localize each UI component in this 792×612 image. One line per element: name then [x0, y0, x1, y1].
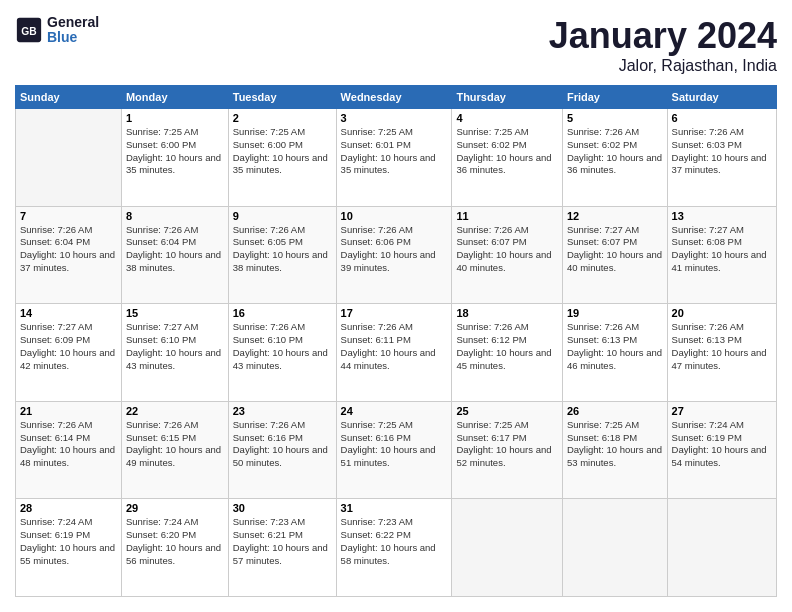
sunrise: Sunrise: 7:24 AM — [672, 419, 744, 430]
weekday-header: Monday — [121, 86, 228, 109]
sunrise: Sunrise: 7:26 AM — [672, 321, 744, 332]
sunset: Sunset: 6:04 PM — [20, 236, 90, 247]
sunrise: Sunrise: 7:25 AM — [341, 126, 413, 137]
logo: GB General Blue — [15, 15, 99, 46]
day-info: Sunrise: 7:26 AM Sunset: 6:15 PM Dayligh… — [126, 419, 224, 470]
daylight: Daylight: 10 hours and 53 minutes. — [567, 444, 662, 468]
weekday-header: Sunday — [16, 86, 122, 109]
day-info: Sunrise: 7:25 AM Sunset: 6:00 PM Dayligh… — [126, 126, 224, 177]
calendar-cell: 31 Sunrise: 7:23 AM Sunset: 6:22 PM Dayl… — [336, 499, 452, 597]
sunrise: Sunrise: 7:27 AM — [567, 224, 639, 235]
sunset: Sunset: 6:15 PM — [126, 432, 196, 443]
day-number: 7 — [20, 210, 117, 222]
calendar-title: January 2024 — [549, 15, 777, 57]
sunset: Sunset: 6:12 PM — [456, 334, 526, 345]
day-info: Sunrise: 7:26 AM Sunset: 6:16 PM Dayligh… — [233, 419, 332, 470]
daylight: Daylight: 10 hours and 54 minutes. — [672, 444, 767, 468]
sunset: Sunset: 6:02 PM — [456, 139, 526, 150]
day-info: Sunrise: 7:25 AM Sunset: 6:01 PM Dayligh… — [341, 126, 448, 177]
sunset: Sunset: 6:11 PM — [341, 334, 411, 345]
day-number: 14 — [20, 307, 117, 319]
sunrise: Sunrise: 7:26 AM — [567, 126, 639, 137]
day-number: 30 — [233, 502, 332, 514]
day-number: 31 — [341, 502, 448, 514]
daylight: Daylight: 10 hours and 44 minutes. — [341, 347, 436, 371]
calendar-cell: 29 Sunrise: 7:24 AM Sunset: 6:20 PM Dayl… — [121, 499, 228, 597]
sunset: Sunset: 6:07 PM — [567, 236, 637, 247]
sunset: Sunset: 6:03 PM — [672, 139, 742, 150]
sunrise: Sunrise: 7:26 AM — [456, 224, 528, 235]
calendar-cell: 25 Sunrise: 7:25 AM Sunset: 6:17 PM Dayl… — [452, 401, 563, 499]
daylight: Daylight: 10 hours and 45 minutes. — [456, 347, 551, 371]
day-info: Sunrise: 7:27 AM Sunset: 6:09 PM Dayligh… — [20, 321, 117, 372]
sunrise: Sunrise: 7:26 AM — [341, 224, 413, 235]
day-info: Sunrise: 7:25 AM Sunset: 6:16 PM Dayligh… — [341, 419, 448, 470]
calendar-cell: 13 Sunrise: 7:27 AM Sunset: 6:08 PM Dayl… — [667, 206, 776, 304]
sunset: Sunset: 6:04 PM — [126, 236, 196, 247]
sunset: Sunset: 6:10 PM — [126, 334, 196, 345]
daylight: Daylight: 10 hours and 40 minutes. — [567, 249, 662, 273]
day-info: Sunrise: 7:26 AM Sunset: 6:02 PM Dayligh… — [567, 126, 663, 177]
sunrise: Sunrise: 7:25 AM — [567, 419, 639, 430]
day-number: 26 — [567, 405, 663, 417]
day-info: Sunrise: 7:26 AM Sunset: 6:14 PM Dayligh… — [20, 419, 117, 470]
sunset: Sunset: 6:16 PM — [341, 432, 411, 443]
calendar-table: SundayMondayTuesdayWednesdayThursdayFrid… — [15, 85, 777, 597]
day-number: 24 — [341, 405, 448, 417]
weekday-header: Saturday — [667, 86, 776, 109]
day-info: Sunrise: 7:25 AM Sunset: 6:18 PM Dayligh… — [567, 419, 663, 470]
sunrise: Sunrise: 7:27 AM — [126, 321, 198, 332]
daylight: Daylight: 10 hours and 36 minutes. — [567, 152, 662, 176]
day-info: Sunrise: 7:24 AM Sunset: 6:19 PM Dayligh… — [672, 419, 772, 470]
calendar-week-row: 28 Sunrise: 7:24 AM Sunset: 6:19 PM Dayl… — [16, 499, 777, 597]
daylight: Daylight: 10 hours and 43 minutes. — [126, 347, 221, 371]
calendar-cell: 26 Sunrise: 7:25 AM Sunset: 6:18 PM Dayl… — [562, 401, 667, 499]
calendar-cell: 3 Sunrise: 7:25 AM Sunset: 6:01 PM Dayli… — [336, 109, 452, 207]
day-number: 1 — [126, 112, 224, 124]
weekday-header: Wednesday — [336, 86, 452, 109]
logo-general: General — [47, 14, 99, 30]
sunrise: Sunrise: 7:25 AM — [456, 419, 528, 430]
sunrise: Sunrise: 7:23 AM — [233, 516, 305, 527]
calendar-cell: 5 Sunrise: 7:26 AM Sunset: 6:02 PM Dayli… — [562, 109, 667, 207]
day-number: 5 — [567, 112, 663, 124]
sunset: Sunset: 6:05 PM — [233, 236, 303, 247]
sunset: Sunset: 6:00 PM — [126, 139, 196, 150]
daylight: Daylight: 10 hours and 40 minutes. — [456, 249, 551, 273]
sunrise: Sunrise: 7:26 AM — [233, 419, 305, 430]
sunrise: Sunrise: 7:26 AM — [233, 224, 305, 235]
daylight: Daylight: 10 hours and 35 minutes. — [233, 152, 328, 176]
calendar-page: GB General Blue January 2024 Jalor, Raja… — [0, 0, 792, 612]
sunrise: Sunrise: 7:26 AM — [341, 321, 413, 332]
sunset: Sunset: 6:13 PM — [672, 334, 742, 345]
sunrise: Sunrise: 7:24 AM — [126, 516, 198, 527]
daylight: Daylight: 10 hours and 57 minutes. — [233, 542, 328, 566]
weekday-header: Tuesday — [228, 86, 336, 109]
day-number: 10 — [341, 210, 448, 222]
sunset: Sunset: 6:19 PM — [672, 432, 742, 443]
daylight: Daylight: 10 hours and 58 minutes. — [341, 542, 436, 566]
calendar-cell: 23 Sunrise: 7:26 AM Sunset: 6:16 PM Dayl… — [228, 401, 336, 499]
daylight: Daylight: 10 hours and 36 minutes. — [456, 152, 551, 176]
sunset: Sunset: 6:08 PM — [672, 236, 742, 247]
daylight: Daylight: 10 hours and 51 minutes. — [341, 444, 436, 468]
day-info: Sunrise: 7:26 AM Sunset: 6:03 PM Dayligh… — [672, 126, 772, 177]
day-number: 16 — [233, 307, 332, 319]
daylight: Daylight: 10 hours and 39 minutes. — [341, 249, 436, 273]
calendar-cell: 4 Sunrise: 7:25 AM Sunset: 6:02 PM Dayli… — [452, 109, 563, 207]
day-number: 28 — [20, 502, 117, 514]
day-number: 27 — [672, 405, 772, 417]
calendar-cell: 20 Sunrise: 7:26 AM Sunset: 6:13 PM Dayl… — [667, 304, 776, 402]
calendar-week-row: 7 Sunrise: 7:26 AM Sunset: 6:04 PM Dayli… — [16, 206, 777, 304]
daylight: Daylight: 10 hours and 43 minutes. — [233, 347, 328, 371]
calendar-cell: 27 Sunrise: 7:24 AM Sunset: 6:19 PM Dayl… — [667, 401, 776, 499]
sunset: Sunset: 6:02 PM — [567, 139, 637, 150]
sunset: Sunset: 6:19 PM — [20, 529, 90, 540]
day-info: Sunrise: 7:26 AM Sunset: 6:13 PM Dayligh… — [672, 321, 772, 372]
daylight: Daylight: 10 hours and 52 minutes. — [456, 444, 551, 468]
sunrise: Sunrise: 7:26 AM — [20, 419, 92, 430]
day-number: 6 — [672, 112, 772, 124]
calendar-cell: 10 Sunrise: 7:26 AM Sunset: 6:06 PM Dayl… — [336, 206, 452, 304]
day-info: Sunrise: 7:24 AM Sunset: 6:19 PM Dayligh… — [20, 516, 117, 567]
daylight: Daylight: 10 hours and 42 minutes. — [20, 347, 115, 371]
